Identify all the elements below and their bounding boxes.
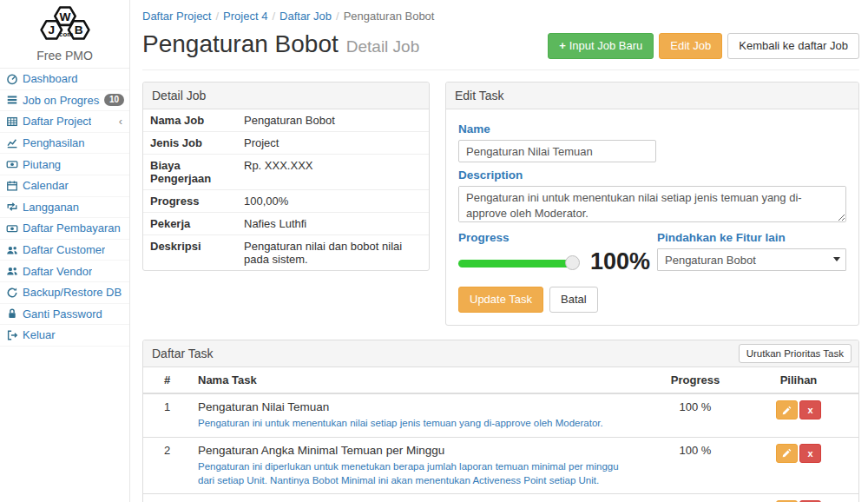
- kembali-ke-daftar-job-button[interactable]: Kembali ke daftar Job: [727, 33, 859, 59]
- sidebar-item-piutang[interactable]: Piutang: [0, 154, 129, 175]
- detail-value: Project: [237, 132, 429, 155]
- update-task-button[interactable]: Update Task: [458, 287, 543, 313]
- table-row: 2 Pengaturan Angka Minimal Temuan per Mi…: [143, 437, 858, 493]
- table-row: Biaya PengerjaanRp. XXX.XXX: [143, 155, 429, 190]
- pencil-icon: [782, 448, 792, 458]
- task-number: 2: [143, 437, 191, 493]
- edit-task-panel-title: Edit Task: [446, 83, 858, 109]
- line-chart-icon: [5, 137, 18, 149]
- money-icon: [5, 158, 18, 170]
- breadcrumb-separator: /: [211, 10, 223, 23]
- page-title: Pengaturan Bobot: [142, 30, 339, 58]
- detail-label: Biaya Pengerjaan: [143, 155, 237, 190]
- sidebar-item-daftar-project[interactable]: Daftar Project ‹: [0, 111, 129, 133]
- task-description: Pengaturan ini untuk menentukan nilai se…: [198, 416, 645, 430]
- delete-task-button[interactable]: x: [799, 400, 821, 419]
- detail-value: Nafies Luthfi: [237, 213, 429, 235]
- sidebar-item-backup-restore-db[interactable]: Backup/Restore DB: [0, 282, 129, 304]
- breadcrumb-link-project-4[interactable]: Project 4: [223, 10, 267, 23]
- jwb-logo-icon: W J B .com: [30, 35, 101, 48]
- description-label: Description: [458, 168, 846, 182]
- progress-value: 100%: [590, 248, 650, 275]
- detail-value: Pengaturan Bobot: [237, 109, 429, 132]
- breadcrumb: Daftar Project/Project 4/Daftar Job/Peng…: [142, 10, 859, 23]
- edit-task-button[interactable]: [776, 444, 798, 463]
- edit-task-button[interactable]: [776, 400, 798, 419]
- plus-icon: +: [559, 38, 566, 54]
- sidebar-item-label: Backup/Restore DB: [23, 286, 122, 299]
- urutkan-prioritas-task-button[interactable]: Urutkan Prioritas Task: [739, 344, 852, 363]
- task-progress: 100 %: [652, 493, 739, 502]
- sidebar-item-calendar[interactable]: Calendar: [0, 175, 129, 197]
- detail-value: Pengaturan nilai dan bobot nilai pada si…: [237, 235, 429, 271]
- edit-job-button[interactable]: Edit Job: [659, 33, 722, 59]
- main-content: Daftar Project/Project 4/Daftar Job/Peng…: [130, 0, 868, 502]
- column-header-nama-task: Nama Task: [191, 367, 652, 393]
- input-job-baru-label: Input Job Baru: [569, 38, 643, 54]
- table-row: DeskripsiPengaturan nilai dan bobot nila…: [143, 235, 429, 271]
- detail-job-table: Nama JobPengaturan Bobot Jenis JobProjec…: [143, 109, 429, 270]
- name-label: Name: [458, 122, 846, 135]
- sidebar-item-label: Ganti Password: [23, 307, 102, 320]
- progress-slider[interactable]: [458, 260, 573, 268]
- table-row: Jenis JobProject: [143, 132, 429, 155]
- detail-job-panel-title: Detail Job: [143, 83, 429, 109]
- page-header: Pengaturan Bobot Detail Job +Input Job B…: [142, 30, 859, 70]
- task-table: # Nama Task Progress Pilihan 1 Pengatura…: [143, 367, 858, 502]
- breadcrumb-link-daftar-job[interactable]: Daftar Job: [279, 10, 332, 23]
- sidebar-item-label: Piutang: [23, 158, 61, 171]
- sidebar-item-langganan[interactable]: Langganan: [0, 197, 129, 219]
- sidebar-item-daftar-customer[interactable]: Daftar Customer: [0, 240, 129, 261]
- sidebar-item-ganti-password[interactable]: Ganti Password: [0, 304, 129, 326]
- task-description: Pengaturan ini diperlukan untuk menetuka…: [198, 459, 645, 487]
- sidebar-item-keluar[interactable]: Keluar: [0, 325, 129, 347]
- task-name: Pengaturan Angka Minimal Temuan per Ming…: [198, 444, 645, 457]
- detail-value: Rp. XXX.XXX: [237, 155, 429, 190]
- lock-icon: [5, 307, 18, 320]
- detail-label: Jenis Job: [143, 132, 237, 155]
- brand-name: Free PMO: [0, 49, 129, 63]
- task-progress: 100 %: [652, 393, 739, 437]
- sidebar-item-label: Dashboard: [23, 72, 78, 85]
- retweet-icon: [5, 201, 18, 213]
- detail-label: Deskripsi: [143, 235, 237, 271]
- detail-label: Pekerja: [143, 213, 237, 235]
- sidebar-item-dashboard[interactable]: Dashboard: [0, 69, 129, 90]
- users-icon: [5, 244, 18, 256]
- table-row: PekerjaNafies Luthfi: [143, 213, 429, 235]
- batal-button[interactable]: Batal: [549, 287, 598, 313]
- task-number: 3: [143, 493, 191, 502]
- table-row: Progress100,00%: [143, 190, 429, 213]
- sidebar-item-penghasilan[interactable]: Penghasilan: [0, 133, 129, 155]
- delete-task-button[interactable]: x: [799, 444, 821, 463]
- task-description-textarea[interactable]: Pengaturan ini untuk menentukan nilai se…: [458, 186, 846, 222]
- logo-box: W J B .com Free PMO: [0, 0, 129, 69]
- input-job-baru-button[interactable]: +Input Job Baru: [548, 33, 654, 59]
- detail-job-panel: Detail Job Nama JobPengaturan Bobot Jeni…: [142, 82, 430, 271]
- detail-value: 100,00%: [237, 190, 429, 213]
- sidebar-item-label: Daftar Vendor: [23, 265, 92, 278]
- sidebar-item-job-on-progress[interactable]: Job on Progress 10: [0, 90, 129, 112]
- breadcrumb-link-daftar-project[interactable]: Daftar Project: [142, 10, 211, 23]
- svg-text:W: W: [59, 10, 70, 23]
- users-icon: [5, 265, 18, 277]
- task-name-input[interactable]: [458, 140, 656, 162]
- slider-handle[interactable]: [565, 255, 580, 270]
- sign-out-icon: [5, 329, 18, 341]
- column-header-num: #: [143, 367, 191, 393]
- sidebar-item-daftar-pembayaran[interactable]: Daftar Pembayaran: [0, 218, 129, 240]
- task-name: Pengaturan Nilai Temuan: [198, 400, 645, 413]
- sidebar-item-label: Daftar Project: [23, 115, 91, 128]
- column-header-pilihan: Pilihan: [739, 367, 858, 393]
- sidebar-item-daftar-vendor[interactable]: Daftar Vendor: [0, 261, 129, 282]
- edit-task-panel: Edit Task Name Description Pengaturan in…: [445, 82, 859, 326]
- sidebar-item-label: Penghasilan: [23, 136, 85, 149]
- move-to-feature-select[interactable]: Pengaturan Bobot: [657, 248, 846, 271]
- daftar-task-panel-title: Daftar Task: [152, 347, 214, 360]
- table-icon: [5, 116, 18, 128]
- breadcrumb-current: Pengaturan Bobot: [344, 10, 435, 23]
- sidebar-item-label: Job on Progress: [23, 94, 100, 107]
- svg-text:J: J: [48, 23, 55, 36]
- refresh-icon: [5, 287, 18, 299]
- sidebar-item-label: Langganan: [23, 201, 79, 214]
